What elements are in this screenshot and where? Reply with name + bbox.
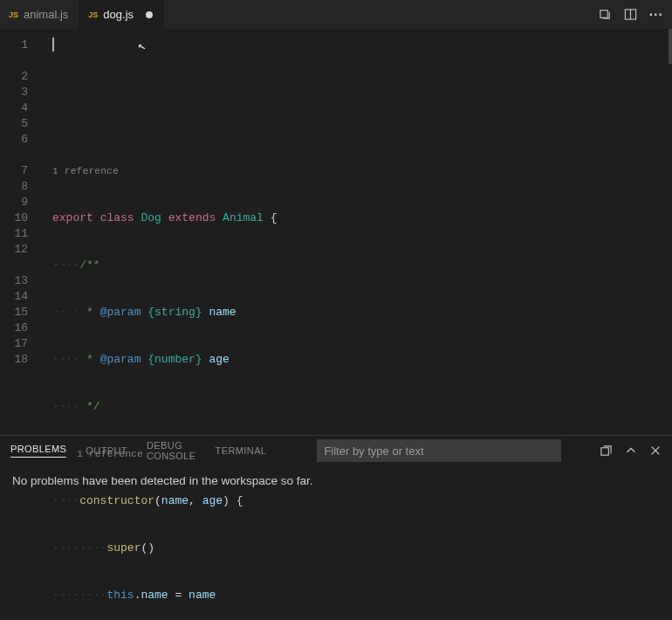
editor-tab-bar: JS animal.js JS dog.js ··· bbox=[0, 0, 672, 29]
scrollbar-thumb[interactable] bbox=[669, 29, 672, 64]
unsaved-indicator-icon bbox=[146, 11, 153, 18]
code-line: ····constructor(name, age) { bbox=[52, 493, 665, 509]
tab-animal-js[interactable]: JS animal.js bbox=[0, 0, 79, 29]
codelens-reference[interactable]: 1 reference bbox=[52, 446, 665, 462]
code-line: ········super() bbox=[52, 541, 665, 556]
code-line bbox=[52, 116, 665, 132]
code-area[interactable]: ↖ 1 reference export class Dog extends A… bbox=[40, 29, 665, 435]
mouse-pointer-icon: ↖ bbox=[136, 38, 147, 56]
text-cursor bbox=[52, 38, 54, 52]
codelens-reference[interactable]: 1 reference bbox=[52, 163, 665, 179]
code-line: ···· * @param {number} age bbox=[52, 352, 665, 368]
tab-label: animal.js bbox=[24, 8, 68, 21]
code-line: ····/** bbox=[52, 258, 665, 273]
line-number-gutter: 1 2 3 4 5 6 7 8 9 10 11 12 13 14 15 16 1… bbox=[0, 29, 40, 435]
code-line: export class Dog extends Animal { bbox=[52, 210, 665, 226]
js-file-icon: JS bbox=[88, 10, 98, 19]
svg-rect-0 bbox=[600, 10, 607, 17]
tab-label: dog.js bbox=[103, 8, 134, 21]
more-actions-icon[interactable]: ··· bbox=[649, 7, 663, 23]
code-line: ···· */ bbox=[52, 399, 665, 415]
js-file-icon: JS bbox=[9, 10, 18, 19]
code-line: ···· * @param {string} name bbox=[52, 305, 665, 320]
compare-changes-icon[interactable] bbox=[599, 7, 612, 23]
code-editor[interactable]: 1 2 3 4 5 6 7 8 9 10 11 12 13 14 15 16 1… bbox=[0, 29, 672, 435]
split-editor-icon[interactable] bbox=[624, 7, 637, 23]
code-line: ········this.name = name bbox=[52, 588, 665, 603]
tab-dog-js[interactable]: JS dog.js bbox=[79, 0, 164, 29]
